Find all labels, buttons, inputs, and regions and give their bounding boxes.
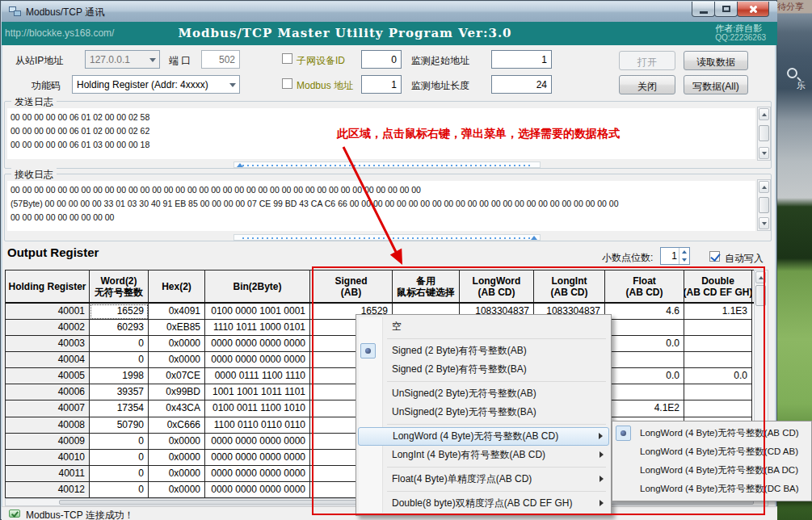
cell-hex[interactable]: 0x0000	[149, 450, 205, 466]
open-button[interactable]: 打开	[619, 51, 675, 70]
cell-double[interactable]: 0.0	[684, 368, 752, 384]
cell-double[interactable]	[684, 336, 752, 352]
scroll-down-icon[interactable]	[759, 147, 769, 159]
col-header-double[interactable]: Double(AB CD EF GH)	[684, 270, 752, 302]
cell-word[interactable]: 0	[90, 352, 149, 368]
submenu-item-longword-badc[interactable]: LongWord (4 Byte)无符号整数(BA DC)	[614, 461, 810, 480]
cell-hex[interactable]: 0xC666	[149, 417, 205, 434]
cell-word[interactable]: 0	[90, 450, 149, 466]
cell-bin[interactable]: 0000 0000 0000 0000	[205, 434, 310, 450]
menu-item-unsigned-ab[interactable]: UnSigned(2 Byte)无符号整数(AB)	[358, 384, 609, 403]
scroll-down-icon[interactable]	[759, 217, 769, 229]
cell-word[interactable]: 0	[90, 482, 149, 498]
cell-float[interactable]: 4.1E2	[605, 400, 684, 417]
cell-float[interactable]	[605, 352, 684, 368]
cell-double[interactable]	[684, 352, 752, 368]
cell-double[interactable]	[684, 320, 752, 336]
col-header-signed[interactable]: Signed(AB)	[310, 270, 393, 302]
menu-item-signed-ba[interactable]: Signed (2 Byte)有符号整数(BA)	[358, 360, 609, 379]
cell-bin[interactable]: 0000 0000 0000 0000	[205, 336, 310, 352]
col-header-backup[interactable]: 备用鼠标右键选择	[393, 270, 460, 302]
decimal-places-spinner[interactable]: 1	[660, 247, 690, 265]
cell-bin[interactable]: 0000 0000 0000 0000	[205, 450, 310, 466]
menu-item-longword-abcd[interactable]: LongWord (4 Byte)无符号整数(AB CD)	[358, 427, 609, 446]
col-header-longword[interactable]: LongWord(AB CD)	[460, 270, 534, 302]
minimize-button[interactable]	[692, 2, 715, 17]
cell-word[interactable]: 50790	[90, 417, 149, 434]
cell-float[interactable]	[605, 384, 684, 400]
cell-word[interactable]: 39357	[90, 384, 149, 400]
send-log-scrollbar[interactable]	[757, 107, 771, 161]
cell-bin[interactable]: 1110 1011 1000 0101	[205, 320, 310, 336]
scroll-up-icon[interactable]	[759, 108, 769, 120]
ip-combobox[interactable]: 127.0.0.1	[85, 50, 160, 69]
cell-bin[interactable]: 0100 0011 1100 1010	[205, 400, 310, 417]
cell-double[interactable]	[684, 400, 752, 417]
cell-hex[interactable]: 0x43CA	[149, 400, 205, 417]
cell-bin[interactable]: 0000 0111 1100 1110	[205, 368, 310, 384]
col-header-holding-register[interactable]: Holding Register	[6, 270, 90, 302]
modbus-address-input[interactable]: 1	[361, 75, 402, 94]
cell-hex[interactable]: 0x0000	[149, 352, 205, 368]
close-button[interactable]	[737, 2, 769, 17]
modbus-address-checkbox[interactable]	[282, 78, 292, 89]
cell-bin[interactable]: 1001 1001 1011 1101	[205, 384, 310, 400]
monitor-start-input[interactable]: 1	[491, 50, 552, 69]
title-bar[interactable]: Modbus/TCP 通讯	[2, 2, 777, 22]
read-data-button[interactable]: 读取数据	[684, 51, 748, 70]
up-down-arrows-icon[interactable]	[679, 248, 689, 264]
col-header-longint[interactable]: LongInt(AB CD)	[534, 270, 605, 302]
cell-hex[interactable]: 0x07CE	[149, 368, 205, 384]
recv-log-scrollbar[interactable]	[757, 179, 771, 231]
menu-item-double[interactable]: Double(8 byte)双精度浮点(AB CD EF GH)	[358, 494, 609, 513]
cell-double[interactable]: 1.1E3	[684, 304, 752, 320]
cell-bin[interactable]: 0000 0000 0000 0000	[205, 352, 310, 368]
col-header-bin[interactable]: Bin(2Byte)	[205, 270, 310, 302]
scroll-up-icon[interactable]	[755, 271, 766, 283]
recv-log-textarea[interactable]: 00 00 00 00 00 00 00 00 00 00 00 00 00 0…	[7, 181, 755, 231]
cell-float[interactable]: 0.0	[605, 368, 684, 384]
cell-hex[interactable]: 0x0000	[149, 336, 205, 352]
cell-hex[interactable]: 0xEB85	[149, 320, 205, 336]
col-header-hex[interactable]: Hex(2)	[149, 270, 205, 302]
auto-write-checkbox[interactable]	[709, 251, 720, 262]
cell-hex[interactable]: 0x4091	[149, 304, 205, 320]
send-log-hscrollbar[interactable]	[234, 161, 541, 168]
cell-word[interactable]: 60293	[90, 320, 149, 336]
menu-item-signed-ab[interactable]: Signed (2 Byte)有符号整数(AB)	[358, 342, 609, 360]
col-header-word[interactable]: Word(2)无符号整数	[90, 270, 149, 302]
port-input[interactable]: 502	[201, 50, 240, 69]
submenu-item-longword-cdab[interactable]: LongWord (4 Byte)无符号整数(CD AB)	[614, 442, 810, 461]
menu-item-float-abcd[interactable]: Float(4 Byte)单精度浮点(AB CD)	[358, 470, 609, 489]
cell-word[interactable]: 16529	[90, 304, 149, 320]
menu-item-unsigned-ba[interactable]: UnSigned(2 Byte)无符号整数(BA)	[358, 403, 609, 421]
cell-word[interactable]: 0	[90, 336, 149, 352]
cell-hex[interactable]: 0x0000	[149, 434, 205, 450]
cell-word[interactable]: 0	[90, 434, 149, 450]
search-icon[interactable]	[787, 68, 797, 78]
close-connection-button[interactable]: 关闭	[619, 75, 675, 94]
cell-hex[interactable]: 0x0000	[149, 466, 205, 482]
subnet-checkbox[interactable]	[282, 53, 292, 64]
menu-item-empty[interactable]: 空	[358, 317, 609, 336]
submenu-item-longword-abcd[interactable]: LongWord (4 Byte)无符号整数(AB CD)	[614, 424, 810, 442]
col-header-float[interactable]: Float(AB CD)	[605, 270, 684, 302]
cell-bin[interactable]: 1100 0110 0110 0110	[205, 417, 310, 434]
cell-word[interactable]: 0	[90, 466, 149, 482]
cell-double[interactable]	[684, 384, 752, 400]
scroll-up-icon[interactable]	[759, 181, 769, 193]
cell-hex[interactable]: 0x0000	[149, 482, 205, 498]
subnet-id-input[interactable]: 0	[361, 50, 402, 69]
cell-float[interactable]: 4.6	[605, 304, 684, 320]
cell-bin[interactable]: 0000 0000 0000 0000	[205, 466, 310, 482]
cell-hex[interactable]: 0x99BD	[149, 384, 205, 400]
monitor-length-input[interactable]: 24	[491, 75, 552, 94]
write-data-button[interactable]: 写数据(All)	[684, 75, 748, 94]
maximize-button[interactable]	[714, 2, 738, 17]
cell-float[interactable]	[605, 320, 684, 336]
cell-bin[interactable]: 0100 0000 1001 0001	[205, 304, 310, 320]
menu-item-longint-abcd[interactable]: LongInt (4 Byte)有符号整数(AB CD)	[358, 446, 609, 464]
submenu-item-longword-dcba[interactable]: LongWord (4 Byte)无符号整数(DC BA)	[614, 480, 810, 498]
recv-log-hscrollbar[interactable]	[234, 234, 541, 241]
cell-float[interactable]: 0.0	[605, 336, 684, 352]
